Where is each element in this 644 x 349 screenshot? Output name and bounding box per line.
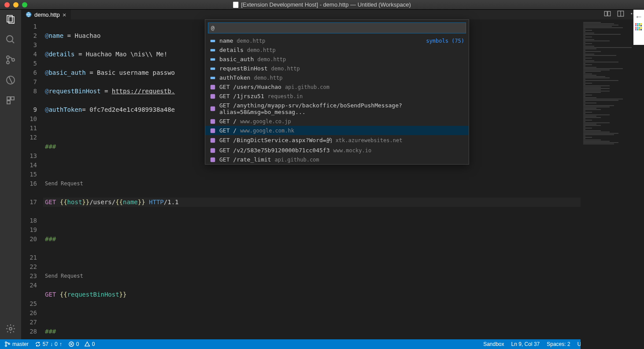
svg-point-2 bbox=[7, 36, 13, 42]
codelens-send-request[interactable]: Send Request bbox=[43, 272, 581, 281]
svg-rect-15 bbox=[608, 11, 611, 16]
quick-open: namedemo.httpsymbols (75)detailsdemo.htt… bbox=[205, 19, 469, 165]
explorer-icon[interactable] bbox=[4, 13, 17, 26]
quick-open-item[interactable]: GET /www.google.com.hk bbox=[205, 126, 469, 135]
svg-rect-32 bbox=[211, 148, 215, 153]
minimap[interactable] bbox=[581, 19, 638, 349]
method-symbol-icon bbox=[210, 118, 216, 125]
http-file-icon bbox=[26, 11, 32, 18]
back-arrow-icon[interactable]: ← bbox=[635, 12, 643, 22]
tab-label: demo.http bbox=[34, 11, 60, 18]
quick-open-label: GET / bbox=[219, 118, 237, 125]
quick-open-label: details bbox=[219, 47, 244, 53]
quick-open-label: requestBinHost bbox=[219, 65, 268, 72]
quick-open-label: GET / bbox=[219, 127, 237, 134]
method-symbol-icon bbox=[210, 128, 216, 134]
quick-open-detail: demo.http bbox=[271, 66, 300, 72]
quick-open-label: GET /anything/myapp-srv/backoffice/boSen… bbox=[219, 102, 464, 115]
quick-open-item[interactable]: GET /v2/583e75b9120000b71cc045f3www.mock… bbox=[205, 146, 469, 155]
vertical-scrollbar[interactable] bbox=[638, 19, 644, 349]
quick-open-label: GET /rate_limit bbox=[219, 156, 271, 163]
quick-open-label: GET /1jrszu51 bbox=[219, 93, 264, 99]
svg-point-18 bbox=[631, 13, 632, 15]
svg-rect-23 bbox=[211, 58, 215, 60]
quick-open-item[interactable]: namedemo.httpsymbols (75) bbox=[205, 36, 469, 45]
tab-demo-http[interactable]: demo.http × bbox=[21, 10, 71, 19]
activity-bar bbox=[0, 10, 21, 339]
minimize-window-button[interactable] bbox=[13, 2, 19, 7]
file-icon bbox=[233, 2, 238, 8]
quick-open-detail: demo.http bbox=[237, 38, 265, 44]
quick-open-label: GET /v2/583e75b9120000b71cc045f3 bbox=[219, 147, 329, 154]
extensions-icon[interactable] bbox=[4, 94, 17, 107]
svg-point-35 bbox=[5, 345, 7, 347]
quick-open-item[interactable]: GET /rate_limitapi.github.com bbox=[205, 155, 469, 164]
settings-icon[interactable] bbox=[4, 323, 17, 335]
svg-line-3 bbox=[12, 41, 14, 43]
svg-rect-22 bbox=[211, 49, 215, 51]
field-symbol-icon bbox=[210, 75, 216, 81]
method-symbol-icon bbox=[210, 106, 216, 112]
quick-open-item[interactable]: authTokendemo.http bbox=[205, 73, 469, 82]
window-title: [Extension Development Host] - demo.http… bbox=[233, 1, 411, 8]
compare-icon[interactable] bbox=[603, 10, 611, 19]
field-symbol-icon bbox=[210, 47, 216, 53]
quick-open-item[interactable]: detailsdemo.http bbox=[205, 45, 469, 55]
quick-open-input[interactable] bbox=[208, 22, 466, 33]
svg-rect-9 bbox=[7, 97, 10, 100]
window-title-text: [Extension Development Host] - demo.http… bbox=[241, 1, 411, 8]
method-symbol-icon bbox=[210, 157, 216, 163]
quick-open-detail: demo.http bbox=[254, 75, 282, 81]
search-icon[interactable] bbox=[4, 33, 17, 46]
svg-rect-24 bbox=[211, 67, 215, 70]
svg-rect-25 bbox=[211, 77, 215, 79]
quick-open-detail: xtk.azurewebsites.net bbox=[336, 137, 403, 143]
quick-open-detail: www.google.com.hk bbox=[240, 128, 294, 134]
maximize-window-button[interactable] bbox=[22, 2, 27, 7]
symbol-count: symbols (75) bbox=[426, 38, 464, 44]
quick-open-detail: demo.http bbox=[257, 56, 286, 62]
svg-rect-26 bbox=[211, 84, 215, 89]
svg-point-4 bbox=[7, 56, 9, 59]
svg-rect-29 bbox=[211, 119, 215, 124]
quick-open-item[interactable]: basic_authdemo.http bbox=[205, 55, 469, 64]
method-symbol-icon bbox=[210, 84, 216, 90]
debug-icon[interactable] bbox=[4, 74, 17, 86]
method-symbol-icon bbox=[210, 137, 216, 143]
quick-open-label: name bbox=[219, 37, 233, 44]
close-tab-icon[interactable]: × bbox=[63, 11, 67, 18]
svg-rect-11 bbox=[7, 101, 10, 104]
quick-open-item[interactable]: GET /users/Huachaoapi.github.com bbox=[205, 82, 469, 92]
svg-point-34 bbox=[5, 342, 7, 344]
line-gutter: 1234567891011121314151617181920212223242… bbox=[21, 19, 43, 349]
codelens-send-request[interactable]: Send Request bbox=[43, 179, 581, 188]
field-symbol-icon bbox=[210, 56, 216, 62]
quick-open-detail: requestb.in bbox=[268, 93, 303, 99]
method-symbol-icon bbox=[210, 147, 216, 154]
quick-open-detail: www.google.co.jp bbox=[240, 118, 291, 125]
editor[interactable]: 1234567891011121314151617181920212223242… bbox=[21, 19, 644, 349]
method-symbol-icon bbox=[210, 93, 216, 99]
apps-grid-icon[interactable] bbox=[635, 23, 642, 30]
quick-open-detail: demo.http bbox=[247, 47, 276, 53]
quick-open-detail: api.github.com bbox=[285, 84, 329, 90]
close-window-button[interactable] bbox=[4, 2, 10, 7]
source-control-icon[interactable] bbox=[4, 54, 17, 66]
window-controls bbox=[0, 2, 27, 7]
quick-open-label: basic_auth bbox=[219, 56, 254, 62]
field-symbol-icon bbox=[210, 66, 216, 72]
quick-open-item[interactable]: GET /anything/myapp-srv/backoffice/boSen… bbox=[205, 101, 469, 117]
quick-open-item[interactable]: GET /1jrszu51requestb.in bbox=[205, 92, 469, 101]
svg-rect-21 bbox=[211, 40, 215, 42]
svg-rect-33 bbox=[211, 157, 215, 162]
quick-open-list: namedemo.httpsymbols (75)detailsdemo.htt… bbox=[205, 36, 469, 164]
split-editor-icon[interactable] bbox=[617, 10, 625, 19]
titlebar: [Extension Development Host] - demo.http… bbox=[0, 0, 644, 10]
quick-open-item[interactable]: GET /BingDictService.aspx?Word=的xtk.azur… bbox=[205, 135, 469, 146]
quick-open-item[interactable]: requestBinHostdemo.http bbox=[205, 64, 469, 73]
svg-rect-27 bbox=[211, 94, 215, 99]
quick-open-detail: www.mocky.io bbox=[333, 147, 371, 154]
quick-open-item[interactable]: GET /www.google.co.jp bbox=[205, 117, 469, 126]
quick-open-label: GET /users/Huachao bbox=[219, 84, 281, 90]
quick-open-label: authToken bbox=[219, 74, 250, 81]
